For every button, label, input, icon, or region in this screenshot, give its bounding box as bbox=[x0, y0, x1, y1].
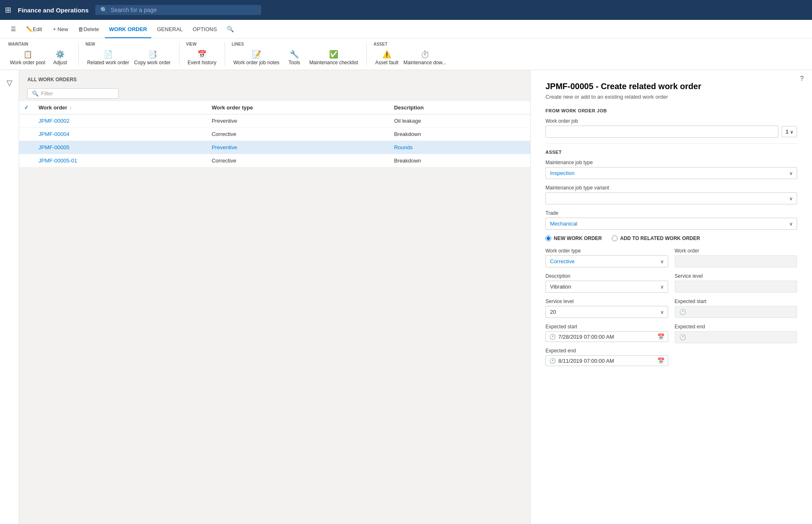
right-expected-end-input: 🕐 bbox=[675, 331, 797, 343]
row-id[interactable]: JPMF-00002 bbox=[34, 114, 207, 128]
tab-new[interactable]: ＋ New bbox=[48, 20, 72, 38]
expected-end-datetime[interactable]: 🕐 📅 bbox=[545, 355, 668, 366]
filter-input[interactable] bbox=[41, 90, 114, 97]
row-type: Preventive bbox=[207, 114, 389, 128]
clock-icon-right-start: 🕐 bbox=[679, 309, 686, 315]
trade-select[interactable]: Mechanical bbox=[545, 218, 797, 230]
tools-icon: 🔧 bbox=[290, 50, 299, 59]
expected-end-input[interactable] bbox=[558, 358, 655, 364]
ribbon-item-event-history[interactable]: 📅 Event history bbox=[186, 49, 218, 66]
filter-bar: 🔍 bbox=[19, 86, 530, 101]
two-col-section: Work order type Corrective ∨ Description… bbox=[545, 248, 797, 372]
maintenance-job-type-select[interactable]: Inspection bbox=[545, 167, 797, 179]
add-to-related-radio-label[interactable]: ADD TO RELATED WORK ORDER bbox=[612, 235, 700, 241]
search-input[interactable] bbox=[111, 7, 256, 13]
table-row-selected[interactable]: JPMF-00005 Preventive Rounds bbox=[19, 141, 530, 154]
waffle-icon[interactable]: ⊞ bbox=[5, 5, 11, 15]
table-row[interactable]: JPMF-00005-01 Corrective Breakdown bbox=[19, 154, 530, 167]
maintenance-job-type-field: Maintenance job type Inspection ∨ bbox=[545, 160, 797, 179]
right-work-order-field: Work order bbox=[675, 248, 797, 267]
expected-start-datetime[interactable]: 🕐 📅 bbox=[545, 331, 668, 342]
row-type: Corrective bbox=[207, 128, 389, 141]
row-id[interactable]: JPMF-00004 bbox=[34, 128, 207, 141]
expected-start-input[interactable] bbox=[558, 334, 655, 340]
tab-work-order[interactable]: WORK ORDER bbox=[105, 20, 151, 38]
new-work-order-radio-label[interactable]: NEW WORK ORDER bbox=[545, 235, 602, 241]
ribbon-item-adjust[interactable]: ⚙️ Adjust bbox=[48, 49, 72, 66]
tab-options[interactable]: OPTIONS bbox=[189, 20, 221, 38]
ribbon-item-asset-fault[interactable]: ⚠️ Asset fault bbox=[373, 49, 400, 66]
description-field: Description Vibration ∨ bbox=[545, 273, 668, 293]
search-bar[interactable]: 🔍 bbox=[95, 5, 261, 15]
row-desc: Oil leakage bbox=[389, 114, 530, 128]
lines-items: 📝 Work order job notes 🔧 Tools ✅ Mainten… bbox=[232, 49, 360, 66]
search-icon: 🔍 bbox=[100, 7, 107, 13]
col-description[interactable]: Description bbox=[389, 101, 530, 114]
tab-general[interactable]: GENERAL bbox=[153, 20, 187, 38]
work-order-job-label: Work order job bbox=[545, 118, 797, 124]
right-expected-start-field: Expected start 🕐 bbox=[675, 298, 797, 318]
filter-input-wrap[interactable]: 🔍 bbox=[27, 88, 119, 99]
tab-search[interactable]: 🔍 bbox=[223, 20, 238, 38]
row-check bbox=[19, 141, 34, 154]
tab-edit[interactable]: ✏️ Edit bbox=[22, 20, 46, 38]
ribbon-item-tools[interactable]: 🔧 Tools bbox=[283, 49, 306, 66]
filter-icon[interactable]: ▽ bbox=[3, 75, 16, 91]
col-work-order-type[interactable]: Work order type bbox=[207, 101, 389, 114]
expected-end-field: Expected end 🕐 📅 bbox=[545, 348, 668, 366]
calendar-icon-start[interactable]: 📅 bbox=[657, 333, 664, 340]
calendar-icon-end[interactable]: 📅 bbox=[657, 357, 664, 364]
ribbon-item-maint-downtime[interactable]: ⏱️ Maintenance dow... bbox=[402, 49, 448, 66]
ribbon-item-copy-work-order[interactable]: 📑 Copy work order bbox=[133, 49, 172, 66]
ribbon-item-maint-checklist[interactable]: ✅ Maintenance checklist bbox=[308, 49, 360, 66]
row-id[interactable]: JPMF-00005-01 bbox=[34, 154, 207, 167]
service-level-select[interactable]: 20 bbox=[545, 306, 668, 318]
dialog-title: JPMF-00005 - Create related work order bbox=[545, 82, 797, 91]
ribbon: ☰ ✏️ Edit ＋ New 🗑 Delete WORK ORDER GENE… bbox=[0, 20, 812, 70]
row-desc: Breakdown bbox=[389, 128, 530, 141]
new-work-order-radio[interactable] bbox=[545, 235, 551, 241]
right-expected-start-label: Expected start bbox=[675, 298, 797, 304]
tab-hamburger[interactable]: ☰ bbox=[7, 20, 20, 38]
new-wo-column: Work order type Corrective ∨ Description… bbox=[545, 248, 668, 372]
row-type: Corrective bbox=[207, 154, 389, 167]
work-order-type-select[interactable]: Corrective bbox=[545, 255, 668, 267]
work-order-job-input[interactable] bbox=[545, 126, 778, 138]
right-expected-end-label: Expected end bbox=[675, 324, 797, 330]
new-items: 📄 Related work order 📑 Copy work order bbox=[85, 49, 172, 66]
service-level-label: Service level bbox=[545, 298, 668, 304]
row-check bbox=[19, 128, 34, 141]
ribbon-item-work-order-pool[interactable]: 📋 Work order pool bbox=[8, 49, 47, 66]
asset-items: ⚠️ Asset fault ⏱️ Maintenance dow... bbox=[373, 49, 448, 66]
notes-icon: 📝 bbox=[252, 50, 261, 59]
trade-label: Trade bbox=[545, 210, 797, 216]
col-work-order[interactable]: Work order ↑ bbox=[34, 101, 207, 114]
work-order-job-value[interactable]: 1 ∨ bbox=[782, 126, 797, 137]
app-title: Finance and Operations bbox=[18, 7, 89, 14]
maintenance-job-type-variant-select[interactable] bbox=[545, 192, 797, 204]
pool-icon: 📋 bbox=[23, 50, 32, 59]
right-service-level-input bbox=[675, 281, 797, 293]
table-row[interactable]: JPMF-00002 Preventive Oil leakage bbox=[19, 114, 530, 128]
downtime-icon: ⏱️ bbox=[420, 50, 429, 59]
list-header: ALL WORK ORDERS bbox=[19, 70, 530, 86]
help-icon[interactable]: ? bbox=[800, 75, 804, 82]
tab-delete[interactable]: 🗑 Delete bbox=[74, 20, 103, 38]
ribbon-item-wo-job-notes[interactable]: 📝 Work order job notes bbox=[232, 49, 281, 66]
description-select[interactable]: Vibration bbox=[545, 281, 668, 293]
work-order-job-chevron-icon: ∨ bbox=[790, 129, 793, 134]
right-work-order-input bbox=[675, 255, 797, 267]
table-row[interactable]: JPMF-00004 Corrective Breakdown bbox=[19, 128, 530, 141]
add-to-related-radio[interactable] bbox=[612, 235, 618, 241]
description-label: Description bbox=[545, 273, 668, 279]
ribbon-group-new: NEW 📄 Related work order 📑 Copy work ord… bbox=[79, 42, 179, 66]
edit-icon: ✏️ bbox=[26, 26, 33, 32]
ribbon-item-related-work-order[interactable]: 📄 Related work order bbox=[85, 49, 131, 66]
row-check bbox=[19, 154, 34, 167]
work-order-job-field: Work order job 1 ∨ bbox=[545, 118, 797, 138]
row-id[interactable]: JPMF-00005 bbox=[34, 141, 207, 154]
check-all-icon[interactable]: ✓ bbox=[24, 104, 29, 111]
from-work-order-job-section: FROM WORK ORDER JOB bbox=[545, 108, 797, 113]
copy-icon: 📑 bbox=[148, 50, 157, 59]
maintenance-job-type-variant-field: Maintenance job type variant ∨ bbox=[545, 185, 797, 204]
